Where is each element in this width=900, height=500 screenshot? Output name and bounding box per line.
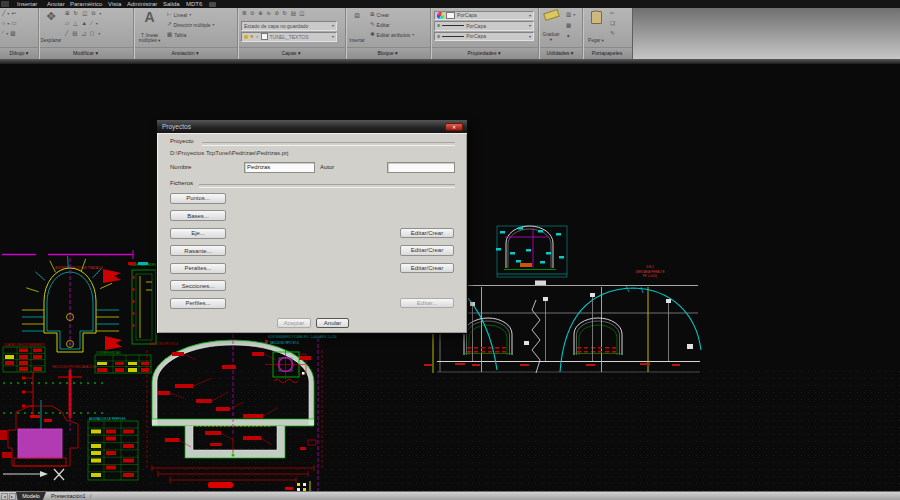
undo-icon[interactable]: ↩ — [11, 11, 16, 17]
peraltes-button[interactable]: Peraltes... — [170, 263, 226, 274]
menu-insertar[interactable]: Insertar — [17, 0, 37, 8]
window-edge — [0, 59, 900, 64]
lock-icon[interactable]: ◖ — [256, 34, 259, 39]
object-color-dropdown[interactable]: PorCapa ▾ — [434, 11, 534, 21]
create-block-icon: ⊞ — [370, 12, 375, 18]
copy-button[interactable]: ❏ — [610, 21, 615, 27]
layer-properties-icon[interactable]: ≣ — [242, 11, 247, 17]
group-label-modificar[interactable]: Modificar ▾ — [38, 48, 133, 59]
puntos-button[interactable]: Puntos... — [170, 193, 226, 204]
modify-tools-row1[interactable]: ⊞↻◫⧉▾ — [65, 11, 101, 17]
multiline-text-button[interactable]: A T. líneasmúltiples ▾ — [136, 10, 163, 44]
tab-modelo[interactable]: Modelo — [16, 492, 46, 500]
tab-nav-prev-icon[interactable]: ◂ — [1, 493, 8, 500]
edit-block-icon: ✎ — [370, 22, 375, 28]
autor-input[interactable] — [387, 162, 455, 173]
menu-vista[interactable]: Vista — [108, 0, 121, 8]
menu-parametrico[interactable]: Paramétrico — [70, 0, 102, 8]
eje-button[interactable]: Eje... — [170, 228, 226, 239]
quick-select-button[interactable]: ▥▾ — [566, 12, 575, 18]
layer-state-dropdown[interactable]: Estado de capa no guardado▾ — [241, 21, 337, 31]
anular-button[interactable]: Anular — [316, 318, 349, 328]
menu-anotar[interactable]: Anotar — [47, 0, 65, 8]
measure-button[interactable]: Graduar▾ — [541, 11, 561, 43]
menu-administrar[interactable]: Administrar — [127, 0, 157, 8]
layer-tools-row[interactable]: ≣ ⊜ ⊕ ≋ ⊘ ↻ ▤ ◫ — [242, 11, 305, 17]
arc-icon[interactable]: ◜ — [2, 31, 4, 37]
quick-calc-button[interactable]: ▦ — [566, 23, 571, 29]
hatch-icon[interactable]: ▨ — [10, 31, 15, 37]
menu-mdt6[interactable]: MDT6 — [186, 0, 202, 8]
draw-tools-row1[interactable]: ╱▾↩ — [2, 11, 16, 17]
editar-crear-peraltes-button[interactable]: Editar/Crear — [400, 263, 454, 274]
tab-nav-next-icon[interactable]: ▸ — [9, 493, 16, 500]
clipboard-icon — [591, 11, 602, 24]
nombre-input[interactable]: Pedrizas — [244, 162, 315, 173]
left-section-label: SECCION TIPO EXCAVACION — [52, 365, 97, 369]
group-label-utilidades[interactable]: Utilidades ▾ — [538, 48, 582, 59]
bulb-on-icon[interactable] — [244, 35, 248, 39]
group-label-capas[interactable]: Capas ▾ — [237, 48, 345, 59]
layer-color-swatch[interactable] — [261, 33, 268, 40]
rasante-button[interactable]: Rasante... — [170, 245, 226, 256]
draw-tools-row2[interactable]: ○▾▭ — [2, 21, 17, 27]
insert-block-button[interactable]: ⧈ Insertar — [348, 10, 366, 44]
cut-button[interactable]: ✂ — [610, 11, 615, 17]
group-label-dibujo[interactable]: Dibujo ▾ — [0, 48, 38, 59]
editar-crear-rasante-button[interactable]: Editar/Crear — [400, 245, 454, 256]
layer-freeze-icon[interactable]: ≋ — [266, 11, 271, 17]
secciones-button[interactable]: Secciones... — [170, 280, 226, 291]
sun-icon[interactable]: ✹ — [250, 34, 254, 39]
chevron-down-icon[interactable]: ▾ — [7, 21, 9, 26]
linetype-dropdown[interactable]: ≡ PorCapa ▾ — [434, 32, 534, 42]
layer-lock-icon[interactable]: ↻ — [283, 11, 288, 17]
layer-isolate-icon[interactable]: ⊕ — [258, 11, 263, 17]
id-point-button[interactable]: ✦ — [566, 34, 571, 40]
ribbon-empty-area — [632, 8, 900, 59]
menu-salida[interactable]: Salida — [163, 0, 180, 8]
paste-button[interactable]: Pegar ▾ — [587, 11, 605, 44]
layer-walk-icon[interactable]: ◫ — [299, 11, 304, 17]
layer-dropdown[interactable]: ✹ ◖ TUNEL_TEXTOS ▾ — [241, 32, 337, 42]
editar-button[interactable]: Editar... — [400, 298, 454, 309]
group-label-portapapeles[interactable]: Portapapeles — [582, 48, 632, 59]
modify-tools-row3[interactable]: ╱▤◿◻▾ — [65, 31, 100, 37]
line-icon[interactable]: ╱ — [2, 11, 5, 17]
app-menu-icon[interactable] — [1, 1, 9, 7]
left-table1-title: CUADRO DE SOSTENIMIENTO — [4, 343, 45, 347]
dialog-titlebar[interactable]: Proyectos ✕ — [157, 120, 467, 133]
table-button[interactable]: ▦Tabla — [167, 32, 186, 38]
multileader-button[interactable]: ↗Directriz múltiple▾ — [167, 22, 215, 28]
perfiles-button[interactable]: Perfiles... — [170, 298, 226, 309]
close-button[interactable]: ✕ — [445, 123, 463, 131]
layer-match-icon[interactable]: ▤ — [291, 11, 296, 17]
bases-button[interactable]: Bases... — [170, 210, 226, 221]
linear-dim-button[interactable]: ⊢Lineal▾ — [167, 12, 191, 18]
layer-state-icon[interactable]: ⊜ — [250, 11, 255, 17]
proyectos-dialog: Proyectos ✕ Proyecto D:\Proyectos TcpTun… — [157, 120, 467, 333]
layer-off-icon[interactable]: ⊘ — [274, 11, 279, 17]
create-block-button[interactable]: ⊞Crear — [370, 12, 389, 18]
aceptar-button[interactable]: Aceptar — [277, 318, 311, 328]
circle-icon[interactable]: ○ — [2, 21, 5, 27]
chevron-down-icon: ▾ — [332, 34, 334, 39]
lineweight-dropdown[interactable]: ≡ PorCapa ▾ — [434, 21, 534, 31]
express-tools-icon[interactable] — [209, 2, 216, 7]
group-label-bloque[interactable]: Bloque ▾ — [345, 48, 430, 59]
editar-crear-eje-button[interactable]: Editar/Crear — [400, 228, 454, 239]
chevron-down-icon[interactable]: ▾ — [7, 11, 9, 16]
chevron-down-icon: ▾ — [332, 23, 334, 28]
rectangle-icon[interactable]: ▭ — [11, 21, 16, 27]
modify-tools-row2[interactable]: ▱△▲∕▾ — [65, 21, 98, 27]
chevron-down-icon[interactable]: ▾ — [6, 31, 8, 36]
group-label-anotacion[interactable]: Anotación ▾ — [133, 48, 237, 59]
line-sample — [442, 36, 464, 37]
edit-block-button[interactable]: ✎Editar — [370, 22, 390, 28]
group-label-propiedades[interactable]: Propiedades ▾ — [430, 48, 538, 59]
left-tunnel-section-drawing: ANTEPROYECTO DE TRAZADO TUNEL LAS PEDRIZ… — [2, 250, 161, 373]
edit-attributes-button[interactable]: ✱Editar atributos▾ — [370, 32, 414, 38]
draw-tools-row3[interactable]: ◜▾▨ — [2, 31, 15, 37]
match-properties-button[interactable]: ✎ — [610, 31, 615, 37]
move-button[interactable]: ✥ Desplazar — [41, 10, 61, 44]
tab-presentacion1[interactable]: Presentación1 — [51, 492, 85, 500]
